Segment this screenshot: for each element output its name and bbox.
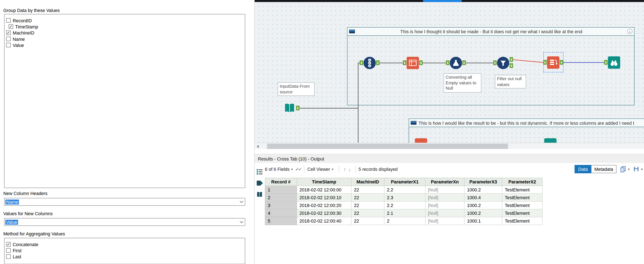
table-cell[interactable]: [Null] bbox=[425, 201, 464, 209]
table-cell[interactable]: 2018-02-02 12:00:20 bbox=[297, 201, 351, 209]
table-cell[interactable]: 2018-02-02 12:00:40 bbox=[297, 217, 351, 225]
annotation-formula[interactable]: Converting all Empty values to Null bbox=[444, 73, 481, 93]
true-output-anchor[interactable] bbox=[510, 57, 513, 62]
table-cell[interactable]: 22 bbox=[351, 209, 384, 217]
column-header[interactable]: ParameterX1 bbox=[384, 178, 426, 186]
cell-viewer-dropdown[interactable]: Cell Viewer ▾ bbox=[308, 167, 334, 171]
checkbox-item[interactable]: Last bbox=[4, 253, 245, 259]
column-header[interactable]: MachineID bbox=[351, 178, 384, 186]
row-number-cell[interactable]: 2 bbox=[265, 194, 297, 201]
checkbox-unchecked[interactable] bbox=[6, 248, 11, 253]
output-anchor[interactable] bbox=[376, 61, 380, 65]
canvas-horizontal-scrollbar[interactable] bbox=[255, 143, 644, 149]
checkbox-item[interactable]: ✓Concatenate bbox=[4, 241, 245, 247]
table-cell[interactable]: 1000.2 bbox=[464, 209, 502, 217]
checkbox-item[interactable]: First bbox=[4, 247, 245, 253]
table-cell[interactable]: [Null] bbox=[425, 194, 464, 201]
row-number-cell[interactable]: 4 bbox=[265, 209, 297, 217]
chevron-down-icon[interactable] bbox=[238, 198, 245, 205]
fields-dropdown[interactable]: 6 of 6 Fields ▾ bbox=[265, 167, 293, 171]
table-cell[interactable]: [Null] bbox=[425, 186, 464, 194]
table-cell[interactable]: TestElement bbox=[502, 194, 542, 201]
checkbox-item[interactable]: RecordID bbox=[4, 17, 245, 23]
input-data-tool[interactable] bbox=[284, 102, 296, 114]
fields-list-icon[interactable] bbox=[256, 168, 263, 175]
table-cell[interactable]: [Null] bbox=[425, 209, 464, 217]
table-cell[interactable]: 1000.4 bbox=[464, 194, 502, 201]
checkbox-unchecked[interactable] bbox=[6, 37, 11, 41]
checkbox-unchecked[interactable] bbox=[6, 254, 11, 259]
cross-tab-tool[interactable] bbox=[547, 56, 560, 69]
table-cell[interactable]: 2018-02-02 12:00:30 bbox=[297, 209, 351, 217]
container-1-header[interactable]: This is how I thought it should be made … bbox=[348, 28, 634, 36]
save-button[interactable]: ▾ bbox=[633, 166, 643, 172]
values-for-new-columns-select[interactable]: Value bbox=[4, 218, 245, 226]
checkbox-item[interactable]: Name bbox=[4, 36, 245, 42]
row-number-cell[interactable]: 1 bbox=[265, 186, 297, 194]
column-header[interactable]: ParameterX2 bbox=[502, 178, 542, 186]
table-cell[interactable]: 22 bbox=[351, 186, 384, 194]
jump-down-icon[interactable]: ↓ bbox=[348, 166, 351, 172]
row-number-cell[interactable]: 3 bbox=[265, 201, 297, 209]
checkbox-checked[interactable]: ✓ bbox=[6, 31, 11, 35]
checkbox-unchecked[interactable] bbox=[6, 43, 11, 47]
output-anchor[interactable] bbox=[419, 61, 423, 65]
column-header[interactable]: ParameterXn bbox=[425, 178, 464, 186]
input-anchor[interactable] bbox=[544, 60, 547, 65]
scroll-left-button[interactable] bbox=[255, 143, 261, 149]
table-cell[interactable]: 2018-02-02 12:00:00 bbox=[297, 186, 351, 194]
checkbox-item[interactable]: ✓TimeStamp bbox=[4, 23, 245, 30]
table-cell[interactable]: 22 bbox=[351, 194, 384, 201]
output-anchor[interactable] bbox=[560, 60, 563, 65]
table-cell[interactable]: 1000.2 bbox=[464, 201, 502, 209]
table-cell[interactable]: TestElement bbox=[502, 186, 542, 194]
jump-up-icon[interactable]: ↑ bbox=[343, 166, 346, 172]
table-cell[interactable]: TestElement bbox=[502, 201, 542, 209]
active-tab-indicator[interactable] bbox=[423, 0, 462, 2]
table-cell[interactable]: 2.2 bbox=[384, 201, 426, 209]
apply-check-icon[interactable]: ✔✔ bbox=[295, 166, 301, 172]
row-number-cell[interactable]: 5 bbox=[265, 217, 297, 225]
checkbox-checked[interactable]: ✓ bbox=[8, 24, 13, 29]
output-anchor[interactable] bbox=[296, 106, 300, 110]
workflow-canvas[interactable]: This is how I thought it should be made … bbox=[255, 2, 644, 149]
input-anchor[interactable] bbox=[446, 61, 449, 65]
transpose-tool[interactable] bbox=[406, 57, 419, 69]
output-connection-icon[interactable] bbox=[256, 179, 263, 187]
partial-tool[interactable] bbox=[415, 138, 427, 143]
table-cell[interactable]: 2.2 bbox=[384, 186, 426, 194]
table-cell[interactable]: TestElement bbox=[502, 217, 542, 225]
chevron-down-icon[interactable] bbox=[238, 219, 245, 225]
table-cell[interactable]: 22 bbox=[351, 217, 384, 225]
table-cell[interactable]: 2.1 bbox=[384, 209, 426, 217]
input-anchor[interactable] bbox=[360, 61, 363, 65]
new-column-headers-select[interactable]: Name bbox=[4, 198, 245, 206]
messages-icon[interactable] bbox=[256, 191, 263, 198]
aggregate-methods-list[interactable]: ✓ConcatenateFirstLast bbox=[4, 238, 245, 264]
false-output-anchor[interactable] bbox=[510, 63, 513, 68]
filter-tool[interactable] bbox=[497, 57, 510, 69]
input-anchor[interactable] bbox=[403, 61, 406, 65]
table-cell[interactable]: 22 bbox=[351, 201, 384, 209]
table-cell[interactable]: 2 bbox=[384, 217, 426, 225]
data-tab-button[interactable]: Data bbox=[574, 165, 592, 173]
input-anchor[interactable] bbox=[604, 60, 608, 65]
checkbox-item[interactable]: Value bbox=[4, 42, 245, 48]
table-cell[interactable]: 1000.1 bbox=[464, 217, 502, 225]
output-anchor[interactable] bbox=[462, 61, 466, 65]
table-cell[interactable]: 2018-02-02 12:00:10 bbox=[297, 194, 351, 201]
column-header[interactable]: ParameterX3 bbox=[464, 178, 502, 186]
checkbox-checked[interactable]: ✓ bbox=[6, 242, 11, 246]
input-anchor[interactable] bbox=[493, 61, 496, 65]
checkbox-item[interactable]: ✓MachineID bbox=[4, 30, 245, 36]
table-cell[interactable]: [Null] bbox=[425, 217, 464, 225]
metadata-tab-button[interactable]: Metadata bbox=[592, 165, 616, 173]
column-header[interactable]: TimeStamp bbox=[297, 178, 351, 186]
annotation-filter[interactable]: Filter out null values bbox=[495, 75, 526, 89]
collapse-icon[interactable]: ▴ bbox=[627, 29, 632, 34]
scrollbar-thumb[interactable] bbox=[267, 144, 508, 149]
copy-button[interactable]: ▾ bbox=[620, 166, 630, 172]
table-cell[interactable]: 1000.2 bbox=[464, 186, 502, 194]
record-id-tool[interactable]: 1 2 3 bbox=[364, 57, 376, 69]
column-header[interactable]: Record # bbox=[265, 178, 297, 186]
